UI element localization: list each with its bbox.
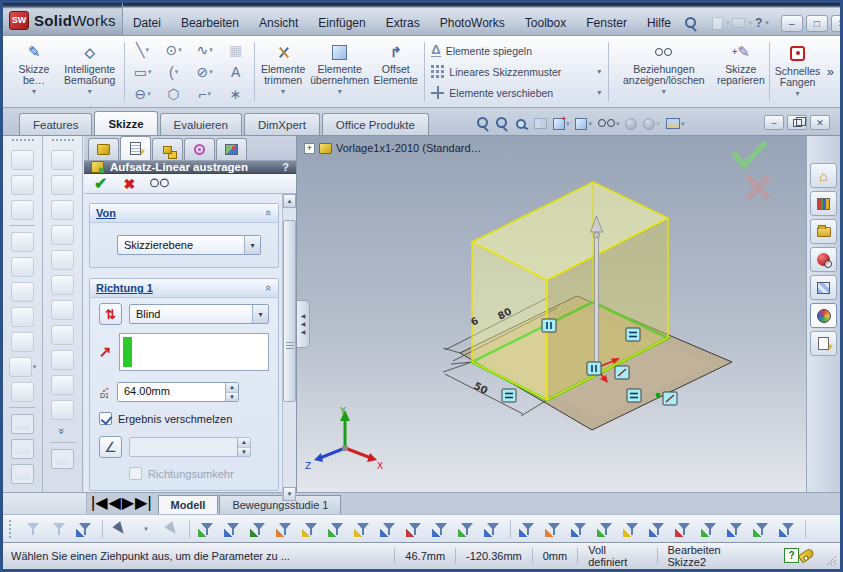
zoom-previous-button[interactable] [515,117,528,130]
apply-scene-button[interactable]: ▾ [666,118,685,129]
view-orientation-dropdown-icon[interactable]: ▾ [566,120,570,128]
draft-on-off-button[interactable]: ∠ [99,436,122,458]
tag-icon[interactable] [798,548,815,564]
filter-surface-finish-button[interactable] [542,519,566,539]
filter-weld-symbols-button[interactable] [672,519,696,539]
view-orientation-button[interactable]: ▾ [553,118,570,130]
arc-dropdown-icon[interactable]: ▾ [175,68,179,76]
slot-button[interactable]: ⊖▾ [127,83,158,105]
filter-dimensions-button[interactable] [516,519,540,539]
dropdown-icon[interactable]: ▾ [662,87,666,96]
display-style-dropdown-icon[interactable]: ▾ [588,120,592,128]
hide-show-items-dropdown-icon[interactable]: ▾ [616,120,620,128]
circle-dropdown-icon[interactable]: ▾ [178,46,182,54]
hide-show-items-button[interactable]: ▾ [598,119,620,128]
feature-tool-button[interactable] [11,150,34,170]
relation-badge-vertical[interactable] [542,319,556,332]
solidworks-search-button[interactable] [810,247,837,272]
filter-sketch-segments-button[interactable] [403,519,427,539]
maximize-button[interactable]: □ [806,15,828,32]
dropdown-icon[interactable]: ▾ [597,67,601,76]
feature-tool-button[interactable] [11,307,34,327]
filter-planes-button[interactable] [351,519,375,539]
graphics-viewport[interactable]: 6 80 50 [297,136,806,492]
relation-badge-coincident[interactable] [615,366,629,379]
filter-vertices-button[interactable] [195,519,219,539]
feature-tool-button[interactable] [51,175,74,195]
dimension-50[interactable]: 50 [472,380,489,396]
filter-faces-button[interactable] [247,519,271,539]
relation-badge-equal[interactable] [626,328,640,341]
linear-sketch-pattern-button[interactable]: Lineares Skizzenmuster ▾ [431,62,601,81]
repair-sketch-button[interactable]: +✎ Skizze reparieren [716,38,766,105]
expand-more-button[interactable]: » [59,425,65,437]
filter-sketch-points-button[interactable] [377,519,401,539]
new-document-dropdown-icon[interactable]: ▾ [726,19,730,27]
part-name[interactable]: Vorlage1x1-2010 (Standard… [336,142,482,154]
spline-button[interactable]: ∿▾ [189,39,220,61]
merge-result-checkbox[interactable] [99,412,112,425]
toolbar-drag-grip[interactable] [12,139,34,143]
relation-badge-vertical[interactable] [587,362,601,375]
feature-tool-button[interactable] [51,300,74,320]
feature-tool-button[interactable] [51,200,74,220]
rectangle-dropdown-icon[interactable]: ▾ [148,68,152,76]
doc-close-button[interactable]: ✕ [810,115,830,130]
quick-snaps-button[interactable]: Schnelles Fangen ▾ [772,38,822,105]
file-explorer-button[interactable] [810,219,837,244]
menu-fenster[interactable]: Fenster [576,14,637,32]
open-document-dropdown-icon[interactable]: ▾ [748,19,752,27]
reference-tool-button[interactable] [11,464,34,484]
box-select-button[interactable]: ▦ [220,39,251,61]
minimize-button[interactable]: – [781,15,803,32]
zoom-to-fit-button[interactable] [477,117,490,130]
help-icon[interactable]: ? [755,16,762,30]
propertymanager-tab[interactable] [120,136,151,160]
feature-tool-button[interactable] [11,175,34,195]
design-library-button[interactable] [810,191,837,216]
feature-tool-button[interactable] [11,257,34,277]
from-group-header[interactable]: Von « [90,204,278,223]
relation-badge-equal[interactable] [502,389,516,402]
direction1-group-header[interactable]: Richtung 1 « [90,279,278,298]
feature-tool-button[interactable] [11,200,34,220]
rectangle-button[interactable]: ▭▾ [127,61,158,83]
move-entities-button[interactable]: Elemente verschieben ▾ [431,83,601,102]
collapse-chevron-icon[interactable]: « [263,285,275,291]
custom-properties-button[interactable] [810,331,837,356]
filter-center-marks-button[interactable] [455,519,479,539]
trim-entities-button[interactable]: Elemente trimmen ▾ [258,38,309,105]
reference-tool-button[interactable] [11,439,34,459]
panel-collapse-tab[interactable]: ◀ ◀ ◀ [297,300,310,348]
scroll-up-icon[interactable]: ▲ [283,194,296,208]
start-condition-select[interactable]: Skizzierebene ▾ [117,235,261,255]
select-dropdown-icon[interactable]: ▾ [252,305,268,323]
dropdown-icon[interactable]: ▾ [796,89,800,98]
select-options-button[interactable]: ▾ [134,519,158,539]
solidworks-resources-button[interactable]: ⌂ [810,163,837,188]
filter-routing-points-button[interactable] [724,519,748,539]
menu-datei[interactable]: Datei [123,14,171,32]
display-delete-relations-button[interactable]: Beziehungen anzeigen/löschen ▾ [612,38,716,105]
filter-connection-points-button[interactable] [776,519,800,539]
ellipse-button[interactable]: ⊘▾ [189,61,220,83]
point-button[interactable]: ∗ [220,83,251,105]
shadows-in-shaded-mode-button[interactable] [625,118,637,130]
spin-up-icon[interactable]: ▲ [226,383,238,393]
toolbar-overflow-button[interactable]: » [823,64,838,79]
menu-einfuegen[interactable]: Einfügen [308,14,375,32]
dropdown-icon[interactable]: ▾ [338,87,342,96]
scroll-down-icon[interactable]: ▼ [283,487,296,501]
end-condition-select[interactable]: Blind ▾ [129,304,269,324]
filter-axes-button[interactable] [325,519,349,539]
filter-centerlines-button[interactable] [481,519,505,539]
menu-extras[interactable]: Extras [376,14,430,32]
zoom-to-area-button[interactable] [496,117,509,130]
flyout-feature-tree[interactable]: + Vorlage1x1-2010 (Standard… [304,142,482,154]
panel-splitter-grip[interactable] [286,342,294,349]
doc-restore-button[interactable] [787,115,807,130]
collapse-chevron-icon[interactable]: « [263,210,275,216]
sketch-text-button[interactable]: A [220,61,251,83]
edit-appearance-dropdown-icon[interactable]: ▾ [656,120,660,128]
displaymanager-tab[interactable] [216,138,247,160]
